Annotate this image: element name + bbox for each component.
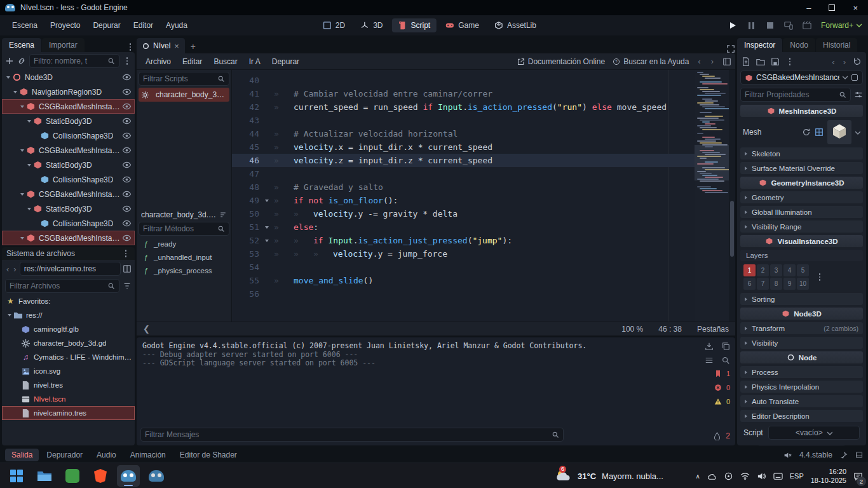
filesystem-header[interactable]: Sistema de archivos xyxy=(2,247,135,260)
scene-node-collisionshape3d[interactable]: CollisionShape3D xyxy=(2,172,135,187)
filter-side-badge[interactable]: 2 xyxy=(714,431,730,440)
history-forward-icon[interactable]: › xyxy=(710,57,715,66)
path-back-icon[interactable]: ‹ xyxy=(5,264,10,274)
inspector-history-icon[interactable] xyxy=(853,57,862,66)
visibility-toggle-icon[interactable] xyxy=(122,160,132,170)
inspector-tab-nodo[interactable]: Nodo xyxy=(783,38,815,52)
section-skeleton[interactable]: Skeleton xyxy=(740,147,863,159)
section-global-illumination[interactable]: Global Illumination xyxy=(740,206,863,218)
expand-arrow-icon[interactable] xyxy=(25,120,33,123)
section-transform[interactable]: Transform(2 cambios) xyxy=(740,322,863,334)
layer-cell-8[interactable]: 8 xyxy=(770,278,782,290)
pause-button[interactable] xyxy=(747,21,756,30)
fold-toggle-icon[interactable] xyxy=(265,220,274,234)
security-shield-icon[interactable] xyxy=(724,471,733,481)
script-menu-ir-a[interactable]: Ir A xyxy=(244,55,266,68)
scene-node-staticbody3d[interactable]: StaticBody3D xyxy=(2,158,135,172)
green-app-button[interactable] xyxy=(61,465,84,487)
section-sorting[interactable]: Sorting xyxy=(740,293,863,305)
refresh-icon[interactable] xyxy=(802,128,811,137)
clock[interactable]: 16:20 18-10-2025 xyxy=(811,467,846,485)
code-line-53[interactable]: 53»»»velocity.y = jump_force xyxy=(232,247,695,261)
pin-panel-icon[interactable] xyxy=(840,451,848,459)
section-physics-interpolation[interactable]: Physics Interpolation xyxy=(740,381,863,393)
code-line-46[interactable]: 46»velocity.z = input_dir.z * current_sp… xyxy=(232,154,695,167)
message-filter-input[interactable] xyxy=(140,428,564,442)
touch-keyboard-icon[interactable] xyxy=(773,471,783,481)
res-root-row[interactable]: res:// xyxy=(2,308,135,322)
expand-arrow-icon[interactable] xyxy=(25,164,33,166)
save-log-icon[interactable] xyxy=(705,342,714,351)
minimap-viewport[interactable] xyxy=(695,145,729,180)
scene-tree-options-icon[interactable] xyxy=(123,56,132,66)
workspace-tab-2d[interactable]: 2D xyxy=(316,18,351,32)
current-path[interactable]: res://nivelcamino.tres xyxy=(20,262,121,276)
dock-options-icon[interactable] xyxy=(126,42,135,52)
scene-tab-nivel[interactable]: NIvel × xyxy=(137,38,185,53)
scene-node-collisionshape3d[interactable]: CollisionShape3D xyxy=(2,128,135,143)
code-minimap[interactable] xyxy=(695,70,729,322)
copy-log-icon[interactable] xyxy=(721,342,730,351)
play-button[interactable] xyxy=(729,21,738,30)
close-tab-icon[interactable]: × xyxy=(174,41,179,51)
visibility-toggle-icon[interactable] xyxy=(122,204,132,214)
mute-audio-icon[interactable] xyxy=(783,451,792,459)
visibility-toggle-icon[interactable] xyxy=(122,102,132,111)
scene-node-csgbakedmeshinstance[interactable]: CSGBakedMeshInstance xyxy=(2,99,135,114)
code-line-55[interactable]: 55»move_and_slide() xyxy=(232,274,695,287)
scripts-panel-toggle-icon[interactable] xyxy=(722,57,731,66)
notification-count-badge[interactable]: 2 xyxy=(857,477,866,486)
menu-escena[interactable]: Escena xyxy=(6,18,43,32)
visibility-toggle-icon[interactable] xyxy=(122,219,132,228)
expand-arrow-icon[interactable] xyxy=(18,105,26,108)
expand-arrow-icon[interactable] xyxy=(18,193,26,196)
collapse-scripts-panel-icon[interactable]: ❮ xyxy=(143,324,150,334)
menu-proyecto[interactable]: Proyecto xyxy=(44,18,86,32)
code-line-51[interactable]: 51»else: xyxy=(232,220,695,234)
start-button[interactable] xyxy=(5,465,28,487)
menu-ayuda[interactable]: Ayuda xyxy=(160,18,193,32)
resource-options-icon[interactable] xyxy=(785,57,794,67)
close-button[interactable]: × xyxy=(853,4,858,12)
scripts-filter-input[interactable] xyxy=(139,72,229,86)
bottom-tab-editor-de-shader[interactable]: Editor de Shader xyxy=(173,449,243,461)
path-forward-icon[interactable]: › xyxy=(12,264,17,274)
file-caminogltf-glb[interactable]: caminogltf.glb xyxy=(2,322,135,336)
split-view-icon[interactable] xyxy=(123,264,132,273)
godot-secondary-button[interactable] xyxy=(145,465,168,487)
code-line-43[interactable]: 43 xyxy=(232,114,695,127)
file-filter-input[interactable] xyxy=(5,279,119,293)
language-indicator[interactable]: ESP xyxy=(790,472,804,480)
layer-cell-4[interactable]: 4 xyxy=(783,264,796,276)
scene-node-collisionshape3d[interactable]: CollisionShape3D xyxy=(2,216,135,231)
sort-files-icon[interactable] xyxy=(123,281,132,290)
bottom-tab-audio[interactable]: Audio xyxy=(90,449,123,461)
inspector-back-icon[interactable]: ‹ xyxy=(831,57,836,67)
badge-error[interactable]: 0 xyxy=(714,384,730,391)
code-line-54[interactable]: 54 xyxy=(232,261,695,274)
workspace-tab-3d[interactable]: 3D xyxy=(354,18,389,32)
file-nivel-tres[interactable]: nivel.tres xyxy=(2,378,135,392)
indent-type[interactable]: Pestañas xyxy=(697,325,729,334)
search-log-icon[interactable] xyxy=(721,356,730,365)
brave-button[interactable] xyxy=(89,465,112,487)
fold-toggle-icon[interactable] xyxy=(265,234,274,247)
code-line-49[interactable]: 49»if not is_on_floor(): xyxy=(232,194,695,207)
section-surface-material-override[interactable]: Surface Material Override xyxy=(740,162,863,174)
expand-panel-icon[interactable] xyxy=(855,451,863,459)
file-character-body-3d-gd[interactable]: character_body_3d.gd xyxy=(2,336,135,350)
expand-arrow-icon[interactable] xyxy=(18,237,26,240)
visibility-toggle-icon[interactable] xyxy=(122,189,132,199)
script-value-dropdown[interactable]: <vacío> xyxy=(768,426,860,440)
scene-node-staticbody3d[interactable]: StaticBody3D xyxy=(2,114,135,128)
expand-arrow-icon[interactable] xyxy=(18,149,26,152)
visibility-toggle-icon[interactable] xyxy=(122,87,132,97)
inspector-forward-icon[interactable]: › xyxy=(842,57,847,67)
menu-editor[interactable]: Editor xyxy=(128,18,159,32)
file-nivelcamino-tres[interactable]: nivelcamino.tres xyxy=(2,406,135,420)
save-resource-icon[interactable] xyxy=(771,57,780,66)
expand-arrow-icon[interactable] xyxy=(6,314,13,316)
scene-node-staticbody3d[interactable]: StaticBody3D xyxy=(2,201,135,216)
code-line-56[interactable]: 56 xyxy=(232,287,695,301)
code-line-42[interactable]: 42»current_speed = run_speed if Input.is… xyxy=(232,100,695,114)
